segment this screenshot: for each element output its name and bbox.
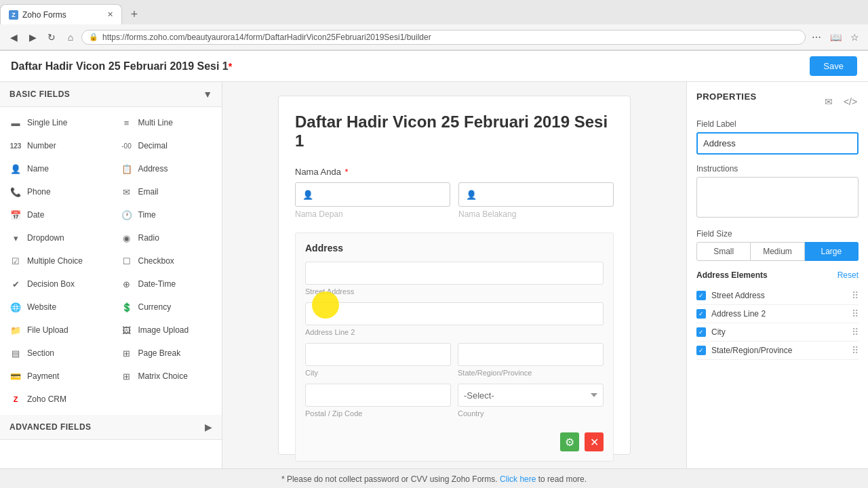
bookmark-btn[interactable]: ☆ [846,29,863,45]
advanced-fields-section-header[interactable]: ADVANCED FIELDS ▶ [0,415,222,440]
forward-btn[interactable]: ▶ [24,29,41,45]
sidebar-item-single-line[interactable]: ▬ Single Line [0,111,111,134]
reader-btn[interactable]: 📖 [827,29,844,45]
address-line2-sub-label: Address Line 2 [305,328,604,336]
field-delete-btn[interactable]: ✕ [585,432,604,451]
sidebar-item-decision-box[interactable]: ✔ Decision Box [0,272,111,296]
back-btn[interactable]: ◀ [5,29,22,45]
sidebar-item-radio[interactable]: ◉ Radio [111,226,222,249]
save-button[interactable]: Save [810,56,857,76]
last-name-input[interactable]: 👤 [458,182,614,207]
address-bar[interactable]: 🔒 https://forms.zoho.com/beautyaurora14/… [81,30,806,45]
reset-link[interactable]: Reset [837,270,859,280]
section-label: Section [27,348,54,358]
bottom-bar-link[interactable]: Click here [500,474,536,484]
field-label-input[interactable] [696,132,859,155]
sidebar-item-matrix-choice[interactable]: ⊞ Matrix Choice [111,365,222,388]
field-settings-btn[interactable]: ⚙ [560,432,579,451]
sidebar-item-date[interactable]: 📅 Date [0,203,111,226]
name-label: Name [27,164,49,174]
address-line2-input[interactable] [305,302,604,325]
file-upload-icon: 📁 [9,324,22,336]
sidebar-item-date-time[interactable]: ⊕ Date-Time [111,272,222,296]
bottom-bar: * Please do not collect password or CVV … [0,468,868,488]
address-line2-checkbox[interactable] [696,309,706,319]
first-name-input[interactable]: 👤 [295,182,450,207]
sidebar-item-website[interactable]: 🌐 Website [0,296,111,319]
tab-close-btn[interactable]: ✕ [107,10,113,19]
currency-label: Currency [138,302,172,312]
email-label: Email [138,187,159,197]
new-tab-btn[interactable]: + [125,5,144,24]
panel-email-icon[interactable]: ✉ [821,94,837,110]
sidebar-item-multi-line[interactable]: ≡ Multi Line [111,111,222,134]
sidebar-item-name[interactable]: 👤 Name [0,157,111,180]
address-line2-drag-handle[interactable]: ⠿ [852,308,859,319]
element-street-address: Street Address ⠿ [696,287,859,305]
name-field-group: Nama Anda * 👤 Nama Depan 👤 Nama B [295,167,614,219]
panel-code-icon[interactable]: </> [842,94,859,110]
size-medium-option[interactable]: Medium [751,242,804,261]
number-label: Number [27,141,56,150]
sidebar-item-multiple-choice[interactable]: ☑ Multiple Choice [0,249,111,272]
browser-tab[interactable]: Z Zoho Forms ✕ [0,4,122,24]
sidebar-item-decimal[interactable]: -00 Decimal [111,134,222,157]
properties-panel: PROPERTIES ✉ </> Field Label Instruction… [686,82,868,468]
sidebar-item-zoho-crm[interactable]: Z Zoho CRM [0,388,111,411]
city-checkbox[interactable] [696,327,706,337]
street-address-drag-handle[interactable]: ⠿ [852,290,859,301]
country-select[interactable]: -Select- [458,384,604,407]
postal-country-labels: Postal / Zip Code Country [305,409,604,424]
required-star: * [345,167,349,177]
state-input[interactable] [458,343,604,366]
tab-favicon: Z [9,10,18,20]
url-text: https://forms.zoho.com/beautyaurora14/fo… [102,33,798,42]
sidebar-item-page-break[interactable]: ⊞ Page Break [111,342,222,365]
sidebar-item-number[interactable]: 123 Number [0,134,111,157]
basic-fields-toggle-icon: ▼ [203,89,212,100]
home-btn[interactable]: ⌂ [62,29,79,45]
size-small-option[interactable]: Small [696,242,751,261]
single-line-label: Single Line [27,118,67,127]
name-field-label: Nama Anda * [295,167,614,177]
sidebar-item-section[interactable]: ▤ Section [0,342,111,365]
country-sub-label: Country [458,409,604,418]
sidebar-item-address[interactable]: 📋 Address [111,157,222,180]
sidebar-item-time[interactable]: 🕐 Time [111,203,222,226]
city-input[interactable] [305,343,451,366]
sidebar-item-file-upload[interactable]: 📁 File Upload [0,319,111,342]
element-state: State/Region/Province ⠿ [696,342,859,360]
extensions-btn[interactable]: ⋯ [808,29,825,45]
basic-fields-section-header[interactable]: BASIC FIELDS ▼ [0,82,222,107]
multiple-choice-icon: ☑ [9,255,22,267]
state-drag-handle[interactable]: ⠿ [852,345,859,356]
sidebar-item-email[interactable]: ✉ Email [111,180,222,203]
app-header: Daftar Hadir Vicon 25 Februari 2019 Sesi… [0,51,868,82]
sidebar-item-payment[interactable]: 💳 Payment [0,365,111,388]
city-state-labels: City State/Region/Province [305,369,604,384]
phone-icon: 📞 [9,186,22,198]
sidebar-item-image-upload[interactable]: 🖼 Image Upload [111,319,222,342]
sidebar-item-checkbox[interactable]: ☐ Checkbox [111,249,222,272]
sidebar-item-phone[interactable]: 📞 Phone [0,180,111,203]
city-drag-handle[interactable]: ⠿ [852,327,859,338]
time-icon: 🕐 [121,209,133,221]
radio-icon: ◉ [121,232,133,244]
radio-label: Radio [138,233,159,243]
sidebar-item-currency[interactable]: 💲 Currency [111,296,222,319]
state-checkbox[interactable] [696,346,706,355]
checkbox-label: Checkbox [138,256,174,266]
street-address-input[interactable] [305,262,604,285]
matrix-choice-label: Matrix Choice [138,371,188,381]
size-large-option[interactable]: Large [805,242,859,261]
sidebar-item-dropdown[interactable]: ▾ Dropdown [0,226,111,249]
instructions-textarea[interactable] [696,177,859,218]
number-icon: 123 [9,140,22,152]
refresh-btn[interactable]: ↻ [43,29,60,45]
city-element-label: City [711,327,846,337]
first-name-placeholder: Nama Depan [295,209,450,219]
street-address-checkbox[interactable] [696,291,706,300]
postal-input[interactable] [305,384,451,407]
dropdown-icon: ▾ [9,232,22,244]
zoho-crm-icon: Z [9,393,22,405]
